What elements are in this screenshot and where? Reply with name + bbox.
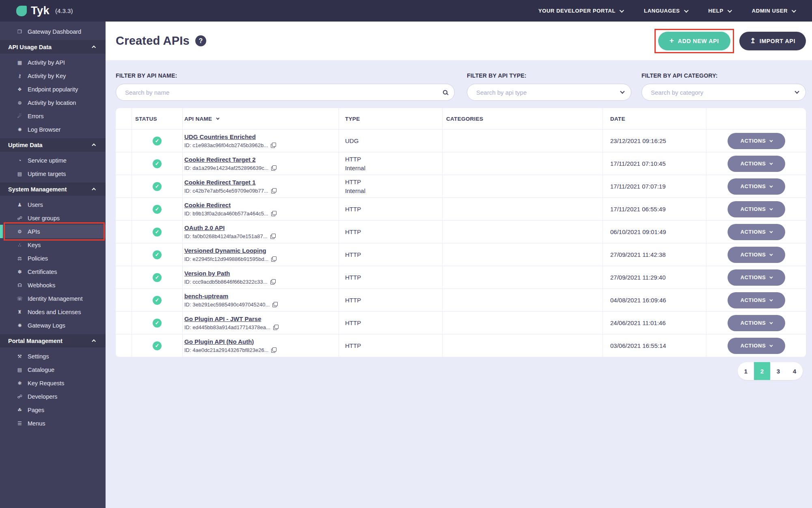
row-blank-cell (116, 312, 132, 334)
sidebar-item-gateway-dashboard[interactable]: ❒ Gateway Dashboard (0, 25, 106, 38)
copy-icon[interactable] (271, 143, 276, 148)
api-name-link[interactable]: Version by Path (184, 270, 230, 277)
nav-admin-user[interactable]: ADMIN USER (752, 8, 795, 14)
sidebar-item-webhooks[interactable]: ☊ Webhooks (0, 278, 106, 292)
globe-icon: ⊕ (16, 100, 23, 106)
chart-icon: ▦ (16, 60, 23, 65)
filter-category-label: FILTER BY API CATEGORY: (641, 72, 806, 79)
api-date-cell: 27/09/2021 11:42:38 (603, 243, 706, 266)
sidebar-item-log-browser[interactable]: ✺ Log Browser (0, 123, 106, 136)
actions-button[interactable]: ACTIONS (728, 315, 785, 331)
api-type-select[interactable] (467, 84, 631, 101)
actions-button[interactable]: ACTIONS (728, 247, 785, 263)
actions-button[interactable]: ACTIONS (728, 269, 785, 286)
chevron-down-icon (770, 207, 773, 210)
api-name-link[interactable]: Cookie Redirect Target 2 (184, 156, 256, 163)
chevron-down-icon (770, 298, 773, 301)
actions-button[interactable]: ACTIONS (728, 156, 785, 172)
api-name-search-input[interactable] (116, 84, 455, 101)
tyk-logo-icon (16, 6, 27, 16)
sidebar-item-activity-by-api[interactable]: ▦ Activity by API (0, 56, 106, 69)
bug-icon: ✺ (16, 127, 23, 132)
sidebar-section-api-usage-data[interactable]: API Usage Data (0, 40, 106, 54)
copy-icon[interactable] (271, 256, 276, 262)
sidebar-item-developers[interactable]: ☍ Developers (0, 390, 106, 403)
nav-languages[interactable]: LANGUAGES (644, 8, 687, 14)
help-icon[interactable]: ? (195, 35, 206, 46)
add-new-api-button[interactable]: + ADD NEW API (658, 32, 730, 50)
bug-icon: ✺ (16, 323, 23, 328)
nav-help[interactable]: HELP (708, 8, 731, 14)
copy-icon[interactable] (271, 347, 276, 353)
sidebar-item-activity-by-key[interactable]: ⚷ Activity by Key (0, 69, 106, 82)
sidebar-item-users[interactable]: ♟ Users (0, 198, 106, 211)
actions-button[interactable]: ACTIONS (728, 178, 785, 195)
sidebar-item-settings[interactable]: ⚒ Settings (0, 350, 106, 363)
sidebar-item-endpoint-popularity[interactable]: ❖ Endpoint popularity (0, 82, 106, 96)
sidebar-item-errors[interactable]: ☄ Errors (0, 109, 106, 123)
sidebar-item-key-requests[interactable]: ❃ Key Requests (0, 376, 106, 390)
sidebar-section-portal-management[interactable]: Portal Management (0, 334, 106, 347)
api-date-cell: 03/06/2021 16:55:14 (603, 334, 706, 357)
actions-cell: ACTIONS (706, 243, 806, 266)
copy-icon[interactable] (271, 211, 276, 216)
api-name-link[interactable]: OAuth 2.0 API (184, 224, 225, 231)
api-type-text: HTTP (345, 178, 442, 187)
copy-icon[interactable] (271, 188, 276, 193)
api-categories-cell (443, 198, 603, 220)
chevron-up-icon (92, 143, 96, 148)
api-type-secondary-text: Internal (345, 187, 442, 195)
copy-icon[interactable] (272, 302, 278, 307)
sidebar-item-gateway-logs[interactable]: ✺ Gateway Logs (0, 319, 106, 332)
api-name-link[interactable]: Go Plugin API (No Auth) (184, 338, 254, 345)
status-active-icon: ✓ (153, 250, 162, 259)
sidebar-item-service-uptime[interactable]: ◔ Service uptime (0, 154, 106, 167)
actions-button[interactable]: ACTIONS (728, 201, 785, 217)
table-body: ✓ UDG Countries Enriched ID: c1e983ac96f… (116, 129, 806, 357)
sidebar-item-uptime-targets[interactable]: ▤ Uptime targets (0, 167, 106, 180)
chevron-down-icon (770, 343, 773, 347)
import-api-button[interactable]: ↥ IMPORT API (739, 32, 806, 50)
status-cell: ✓ (132, 221, 183, 243)
sidebar-item-pages[interactable]: ☘ Pages (0, 403, 106, 417)
api-name-link[interactable]: bench-uptream (184, 293, 228, 300)
copy-icon[interactable] (273, 325, 279, 330)
api-name-cell: Cookie Redirect Target 1 ID: c42b7e7abf5… (183, 175, 339, 198)
api-name-link[interactable]: Cookie Redirect Target 1 (184, 179, 256, 186)
api-category-select[interactable] (641, 84, 806, 101)
api-type-cell: UDG (339, 130, 443, 152)
page-button-2[interactable]: 2 (754, 362, 770, 380)
nav-developer-portal[interactable]: YOUR DEVELOPER PORTAL (538, 8, 623, 14)
sidebar-item-identity-management[interactable]: ☏ Identity Management (0, 292, 106, 305)
api-name-link[interactable]: Go Plugin API - JWT Parse (184, 315, 261, 322)
api-name-link[interactable]: Cookie Redirect (184, 202, 231, 208)
actions-button[interactable]: ACTIONS (728, 292, 785, 308)
page-button-1[interactable]: 1 (738, 362, 754, 380)
copy-icon[interactable] (270, 234, 276, 239)
sidebar-section-system-management[interactable]: System Management (0, 182, 106, 196)
actions-button[interactable]: ACTIONS (728, 133, 785, 149)
column-header-api-name[interactable]: API NAME (183, 108, 339, 129)
sidebar-item-apis[interactable]: ⚙ APIs (0, 225, 106, 238)
status-active-icon: ✓ (153, 137, 162, 145)
sidebar-item-keys[interactable]: ∴ Keys (0, 238, 106, 252)
sidebar-item-nodes-and-licenses[interactable]: ♜ Nodes and Licenses (0, 305, 106, 319)
sidebar-item-catalogue[interactable]: ▤ Catalogue (0, 363, 106, 376)
sidebar-item-activity-by-location[interactable]: ⊕ Activity by location (0, 96, 106, 109)
sidebar-item-menus[interactable]: ☰ Menus (0, 417, 106, 430)
column-header-categories: CATEGORIES (443, 108, 603, 129)
sidebar-section-uptime-data[interactable]: Uptime Data (0, 138, 106, 152)
page-button-4[interactable]: 4 (786, 362, 803, 380)
page-button-3[interactable]: 3 (770, 362, 786, 380)
main-content: Created APIs ? + ADD NEW API ↥ IMPORT AP… (106, 22, 812, 508)
actions-button[interactable]: ACTIONS (728, 224, 785, 240)
copy-icon[interactable] (271, 165, 276, 171)
api-name-cell: Cookie Redirect Target 2 ID: da1a299e142… (183, 152, 339, 175)
sidebar-item-user-groups[interactable]: ☍ User groups (0, 211, 106, 225)
api-name-link[interactable]: Versioned Dynamic Looping (184, 247, 266, 254)
sidebar-item-policies[interactable]: ⚖ Policies (0, 252, 106, 265)
copy-icon[interactable] (270, 279, 276, 284)
actions-button[interactable]: ACTIONS (728, 338, 785, 354)
sidebar-item-certificates[interactable]: ✽ Certificates (0, 265, 106, 278)
api-name-link[interactable]: UDG Countries Enriched (184, 133, 256, 140)
